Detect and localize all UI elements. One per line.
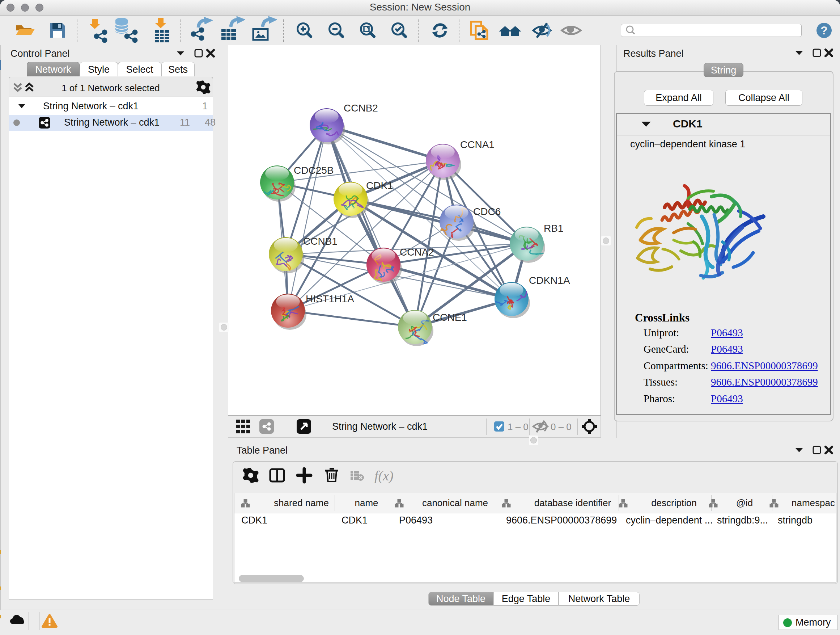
- svg-text:f(x): f(x): [374, 468, 393, 484]
- svg-text:?: ?: [821, 24, 828, 37]
